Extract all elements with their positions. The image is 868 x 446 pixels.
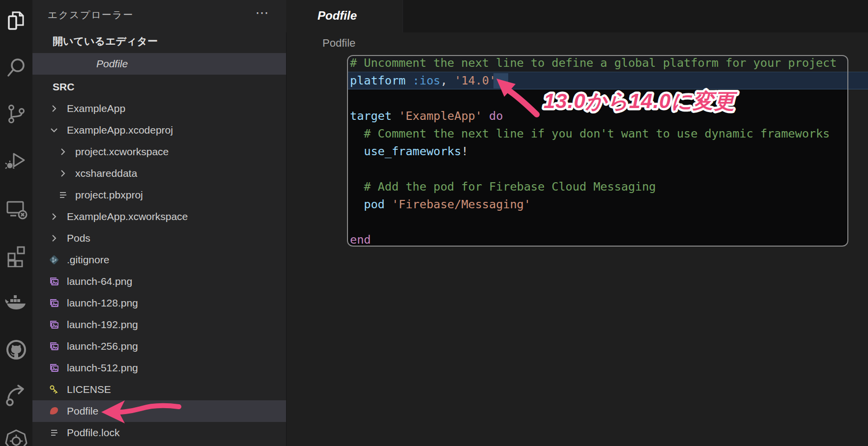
tree-item-label: launch-192.png [67, 314, 138, 335]
tab-podfile[interactable]: Podfile [286, 0, 403, 32]
file-lines-icon [49, 427, 59, 438]
tree-item-pods[interactable]: Pods [32, 227, 286, 249]
source-control-icon[interactable] [4, 102, 28, 126]
image-icon [49, 341, 59, 352]
code-line-8: # Add the pod for Firebase Cloud Messagi… [350, 178, 656, 195]
open-editor-label: Podfile [96, 53, 128, 75]
code-line-4: target 'ExampleApp' do [350, 107, 503, 125]
ruby-icon [306, 38, 317, 48]
tree-item-label: LICENSE [67, 379, 111, 400]
activity-bar [0, 0, 32, 446]
tree-item-launch-512-png[interactable]: launch-512.png [32, 357, 286, 379]
run-debug-icon[interactable] [4, 149, 28, 172]
tree-item-project-pbxproj[interactable]: project.pbxproj [32, 184, 286, 206]
docker-icon[interactable] [4, 289, 28, 312]
chevron-down-icon [38, 82, 48, 92]
chevron-right-icon[interactable] [49, 233, 59, 244]
tree-item-exampleapp[interactable]: ExampleApp [32, 98, 286, 119]
code-line-1: # Uncomment the next line to define a gl… [350, 54, 837, 72]
code-line-9: pod 'Firebase/Messaging' [350, 195, 531, 213]
breadcrumb-label: Podfile [322, 32, 355, 54]
tab-close-icon[interactable] [382, 10, 394, 22]
ruby-icon [76, 58, 87, 70]
tree-item-label: ExampleApp.xcodeproj [67, 119, 173, 141]
chevron-right-icon[interactable] [58, 168, 68, 179]
tree-item-project-xcworkspace[interactable]: project.xcworkspace [32, 141, 286, 163]
open-editor-item-podfile[interactable]: Podfile [32, 53, 286, 75]
src-section-header[interactable]: SRC [32, 76, 286, 98]
open-editors-header-label: 開いているエディター [53, 30, 158, 52]
tree-item-label: launch-256.png [67, 335, 138, 357]
extensions-icon[interactable] [4, 244, 28, 267]
image-icon [49, 319, 59, 330]
tree-item-xcshareddata[interactable]: xcshareddata [32, 163, 286, 184]
code-line-6: use_frameworks! [350, 142, 468, 160]
remote-monitor-icon[interactable] [4, 197, 28, 221]
tree-item--gitignore[interactable]: .gitignore [32, 249, 286, 271]
tree-item-label: launch-64.png [67, 271, 132, 292]
tree-item-label: Podfile.lock [67, 422, 119, 444]
git-icon [49, 254, 59, 265]
tree-item-label: Podfile [67, 400, 98, 422]
tree-item-label: xcshareddata [75, 163, 137, 184]
tree-item-label: ExampleApp [67, 98, 125, 119]
chevron-right-icon[interactable] [58, 146, 68, 157]
breadcrumb[interactable]: Podfile [286, 32, 868, 54]
tree-item-label: .gitignore [67, 249, 109, 271]
vscode-window: エクスプローラー ⋯ 開いているエディター Podfile SRC Exampl… [0, 0, 868, 446]
more-actions-icon[interactable]: ⋯ [251, 5, 273, 21]
tree-item-label: ExampleApp.xcworkspace [67, 206, 188, 227]
open-editors-header[interactable]: 開いているエディター [32, 30, 286, 52]
image-icon [49, 298, 59, 308]
file-lines-icon [58, 190, 68, 200]
tree-item-label: launch-128.png [67, 292, 138, 314]
src-section-label: SRC [53, 76, 74, 98]
explorer-sidebar: エクスプローラー ⋯ 開いているエディター Podfile SRC Exampl… [32, 0, 286, 446]
github-icon[interactable] [4, 338, 28, 362]
tab-label: Podfile [318, 0, 357, 32]
chevron-down-icon [38, 36, 48, 46]
kubernetes-icon[interactable] [4, 429, 28, 446]
tree-item-launch-192-png[interactable]: launch-192.png [32, 314, 286, 335]
ruby-icon [301, 9, 313, 22]
chevron-right-icon[interactable] [49, 211, 59, 222]
tree-item-launch-256-png[interactable]: launch-256.png [32, 335, 286, 357]
chevron-right-icon[interactable] [49, 103, 59, 114]
image-icon [49, 276, 59, 287]
live-share-icon[interactable] [4, 384, 28, 407]
tree-item-launch-128-png[interactable]: launch-128.png [32, 292, 286, 314]
close-icon[interactable] [57, 58, 68, 69]
search-icon[interactable] [4, 56, 28, 79]
tree-item-exampleapp-xcodeproj[interactable]: ExampleApp.xcodeproj [32, 119, 286, 141]
tree-item-label: project.pbxproj [75, 184, 143, 206]
code-line-11: end [350, 231, 371, 249]
ruby-icon [49, 406, 59, 417]
image-icon [49, 362, 59, 373]
tree-item-exampleapp-xcworkspace[interactable]: ExampleApp.xcworkspace [32, 206, 286, 227]
code-line-2: platform :ios, '14.0' [350, 72, 496, 89]
key-icon [49, 384, 59, 395]
tree-item-podfile[interactable]: Podfile [32, 400, 286, 422]
tree-item-label: Pods [67, 227, 90, 249]
tree-item-launch-64-png[interactable]: launch-64.png [32, 271, 286, 292]
tree-item-label: launch-512.png [67, 357, 138, 379]
tree-item-label: project.xcworkspace [75, 141, 169, 163]
tree-item-license[interactable]: LICENSE [32, 379, 286, 400]
chevron-down-icon[interactable] [49, 125, 59, 136]
explorer-icon[interactable] [4, 9, 28, 32]
code-line-5: # Comment the next line if you don't wan… [350, 125, 830, 142]
sidebar-title: エクスプローラー [48, 8, 134, 22]
tree-item-podfile-lock[interactable]: Podfile.lock [32, 422, 286, 444]
